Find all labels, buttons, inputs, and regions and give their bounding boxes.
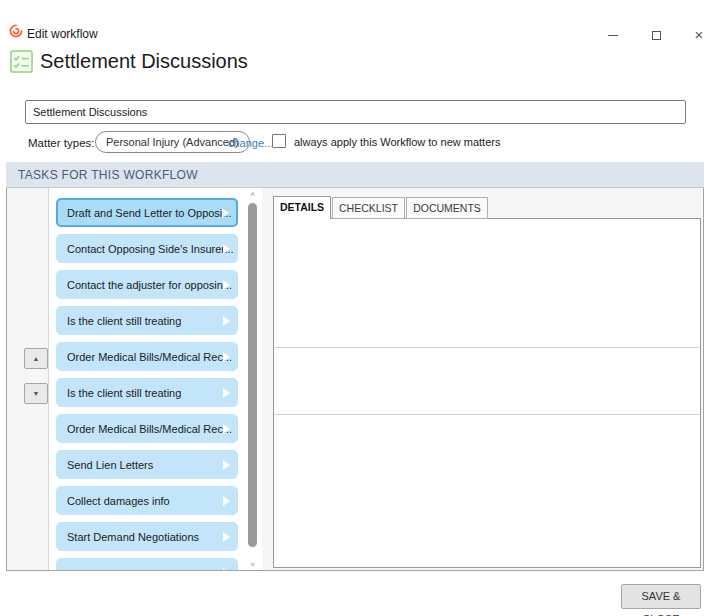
chevron-right-icon	[223, 388, 230, 398]
edit-workflow-dialog: Edit workflow × Settlement Discussions M…	[0, 0, 711, 616]
close-button[interactable]: ×	[684, 26, 711, 44]
task-item[interactable]: Is the client still treating	[56, 306, 238, 335]
tab-documents[interactable]: DOCUMENTS	[406, 197, 488, 219]
minimize-button[interactable]	[598, 26, 628, 44]
task-list-scrollbar[interactable]: ˄ ˅	[247, 190, 258, 570]
maximize-button[interactable]	[641, 26, 671, 44]
task-item[interactable]: Start Demand Negotiations	[56, 522, 238, 551]
task-item[interactable]: Order Medical Bills/Medical Rec...	[56, 342, 238, 371]
always-apply-checkbox[interactable]	[272, 134, 286, 148]
chevron-right-icon	[223, 496, 230, 506]
window-title: Edit workflow	[27, 27, 98, 41]
move-task-down-button[interactable]: ▼	[24, 383, 48, 404]
scroll-thumb[interactable]	[248, 203, 257, 547]
task-item[interactable]: Order Medical Bills/Medical Rec...	[56, 414, 238, 443]
details-panel	[273, 218, 701, 568]
chevron-right-icon	[223, 316, 230, 326]
app-logo-icon	[9, 24, 23, 38]
chevron-right-icon	[222, 208, 229, 218]
task-list: Draft and Send Letter to Opposi... Conta…	[56, 198, 240, 570]
page-title: Settlement Discussions	[40, 50, 248, 73]
task-item[interactable]: Contact the adjuster for opposin...	[56, 270, 238, 299]
chevron-right-icon	[223, 424, 230, 434]
chevron-right-icon	[223, 568, 230, 571]
section-divider	[274, 347, 700, 348]
chevron-right-icon	[223, 532, 230, 542]
window-titlebar: Edit workflow ×	[0, 0, 711, 46]
task-item[interactable]: Send Lien Letters	[56, 450, 238, 479]
task-item[interactable]	[56, 558, 238, 570]
task-item[interactable]: Collect damages info	[56, 486, 238, 515]
task-item[interactable]: Draft and Send Letter to Opposi...	[56, 198, 238, 227]
tab-details[interactable]: DETAILS	[273, 196, 331, 219]
matter-type-chip: Personal Injury (Advanced)	[95, 131, 250, 153]
move-task-up-button[interactable]: ▲	[24, 348, 48, 369]
scroll-up-icon[interactable]: ˄	[247, 190, 258, 200]
section-divider	[274, 414, 700, 415]
workflow-name-input[interactable]	[25, 100, 686, 124]
tasks-section-title: TASKS FOR THIS WORKFLOW	[18, 168, 198, 182]
task-item[interactable]: Is the client still treating	[56, 378, 238, 407]
tab-checklist[interactable]: CHECKLIST	[332, 197, 405, 219]
chevron-right-icon	[223, 352, 230, 362]
workflow-checklist-icon	[10, 50, 33, 73]
chevron-right-icon	[223, 460, 230, 470]
chevron-right-icon	[223, 244, 230, 254]
scroll-down-icon[interactable]: ˅	[247, 560, 258, 570]
change-link[interactable]: change...	[228, 137, 273, 149]
always-apply-label: always apply this Workflow to new matter…	[294, 136, 500, 148]
task-item[interactable]: Contact Opposing Side's Insurer...	[56, 234, 238, 263]
matter-types-label: Matter types:	[28, 137, 94, 149]
save-close-button[interactable]: SAVE & CLOSE	[621, 584, 701, 609]
chevron-right-icon	[223, 280, 230, 290]
